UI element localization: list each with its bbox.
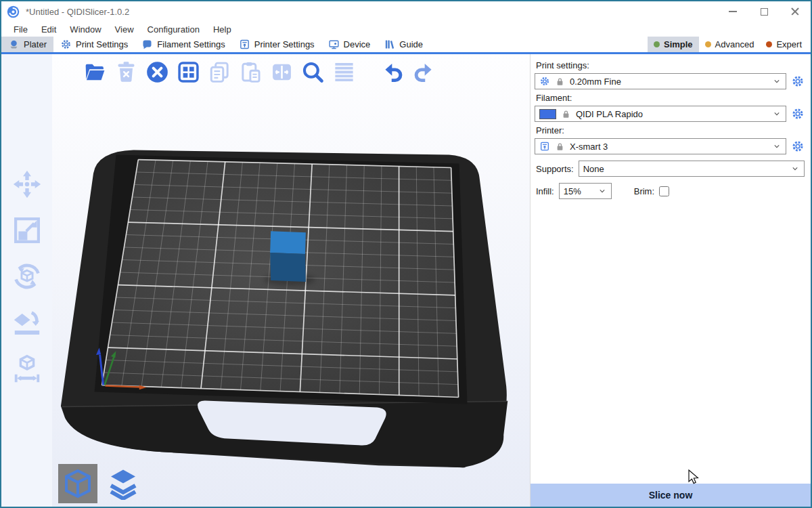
print-settings-gear-button[interactable] [791, 75, 805, 88]
search-button[interactable] [298, 58, 327, 86]
cube-icon [62, 467, 94, 500]
chevron-down-icon [597, 186, 607, 196]
variable-layer-height-button[interactable] [330, 58, 358, 86]
paste-button[interactable] [236, 58, 265, 86]
menu-configuration[interactable]: Configuration [141, 22, 206, 37]
trash-icon [114, 60, 138, 84]
rotate-tool-button[interactable] [8, 257, 46, 295]
window-title: *Untitled - QIDISlicer-1.0.2 [26, 7, 129, 17]
split-objects-button[interactable] [267, 58, 296, 86]
menu-file[interactable]: File [7, 22, 35, 37]
gizmo-toolbar [1, 54, 52, 507]
filament-value: QIDI PLA Rapido [576, 109, 767, 119]
menu-window[interactable]: Window [63, 22, 108, 37]
mode-label: Advanced [715, 39, 754, 49]
supports-value: None [583, 164, 786, 174]
tab-printer-settings[interactable]: Printer Settings [232, 37, 321, 52]
view-3d-button[interactable] [58, 464, 97, 503]
tab-plater[interactable]: Plater [1, 37, 53, 52]
printer-icon [539, 141, 550, 152]
3d-scene[interactable] [52, 54, 530, 507]
open-project-button[interactable] [81, 58, 109, 86]
view-preview-button[interactable] [104, 464, 143, 503]
close-button[interactable] [780, 1, 811, 22]
view-switcher [58, 464, 143, 503]
printer-value: X-smart 3 [570, 142, 767, 152]
minimize-button[interactable] [717, 1, 748, 22]
supports-select[interactable]: None [579, 161, 805, 177]
chevron-down-icon [772, 77, 782, 86]
scale-tool-button[interactable] [8, 211, 46, 249]
search-icon [301, 60, 325, 84]
paste-icon [239, 60, 263, 84]
place-on-face-button[interactable] [8, 303, 46, 341]
mode-dot [654, 41, 660, 47]
redo-icon [412, 60, 436, 84]
menu-view[interactable]: View [108, 22, 141, 37]
infill-select[interactable]: 15% [559, 183, 612, 199]
printer-gear-button[interactable] [791, 140, 805, 153]
gear-icon [60, 39, 72, 50]
measure-tool-button[interactable] [8, 350, 46, 387]
arrange-button[interactable] [174, 58, 202, 86]
rotate-icon [12, 261, 43, 292]
filament-select[interactable]: QIDI PLA Rapido [535, 106, 786, 122]
model-cube[interactable] [270, 231, 306, 282]
copy-button[interactable] [205, 58, 233, 86]
maximize-icon [761, 8, 768, 16]
undo-button[interactable] [378, 58, 407, 86]
main-area: Print settings: 0.20mm Fine Filament: QI… [1, 54, 811, 507]
delete-button[interactable] [112, 58, 140, 86]
tab-bar: PlaterPrint SettingsFilament SettingsPri… [1, 37, 811, 54]
tab-guide[interactable]: Guide [377, 37, 430, 52]
menu-help[interactable]: Help [206, 22, 238, 37]
arrange-icon [177, 60, 200, 84]
split-icon [270, 60, 294, 84]
infill-value: 15% [564, 186, 593, 196]
tab-label: Filament Settings [157, 39, 225, 49]
tab-device[interactable]: Device [321, 37, 378, 52]
filament-gear-button[interactable] [791, 107, 805, 121]
layers-lines-icon [332, 60, 356, 84]
printer-bed [61, 150, 508, 468]
menu-edit[interactable]: Edit [35, 22, 63, 37]
title-bar: *Untitled - QIDISlicer-1.0.2 [1, 1, 811, 22]
printer-select[interactable]: X-smart 3 [535, 138, 786, 154]
tab-label: Printer Settings [254, 39, 315, 49]
folder-open-icon [83, 60, 107, 84]
print-settings-select[interactable]: 0.20mm Fine [535, 73, 786, 89]
app-logo-icon [7, 5, 20, 18]
delete-all-button[interactable] [143, 58, 171, 86]
maximize-button[interactable] [748, 1, 780, 22]
lock-icon [555, 77, 565, 87]
filament-icon [141, 39, 153, 50]
brim-checkbox[interactable] [659, 186, 669, 196]
tab-label: Device [344, 39, 371, 49]
infill-label: Infill: [536, 186, 554, 196]
mode-selector: SimpleAdvancedExpert [648, 37, 808, 52]
chevron-down-icon [772, 142, 782, 151]
mode-expert[interactable]: Expert [760, 37, 808, 52]
tab-label: Plater [24, 39, 47, 49]
mode-simple[interactable]: Simple [648, 37, 699, 52]
lock-icon [555, 142, 565, 152]
printer-icon [239, 39, 250, 50]
redo-button[interactable] [409, 58, 438, 86]
3d-viewport[interactable] [52, 54, 530, 507]
filament-label: Filament: [536, 93, 805, 103]
undo-icon [381, 60, 405, 84]
tab-label: Print Settings [76, 39, 128, 49]
chevron-down-icon [790, 164, 800, 173]
move-tool-button[interactable] [8, 165, 46, 203]
supports-label: Supports: [536, 164, 574, 174]
tab-filament-settings[interactable]: Filament Settings [135, 37, 231, 52]
chevron-down-icon [772, 109, 782, 119]
gear-icon [539, 76, 550, 87]
slice-now-button[interactable]: Slice now [531, 484, 811, 507]
lock-icon [561, 109, 571, 119]
tab-print-settings[interactable]: Print Settings [53, 37, 135, 52]
mode-advanced[interactable]: Advanced [699, 37, 761, 52]
print-settings-value: 0.20mm Fine [570, 77, 767, 87]
copy-icon [208, 60, 231, 84]
app-window: *Untitled - QIDISlicer-1.0.2 FileEditWin… [0, 0, 812, 508]
